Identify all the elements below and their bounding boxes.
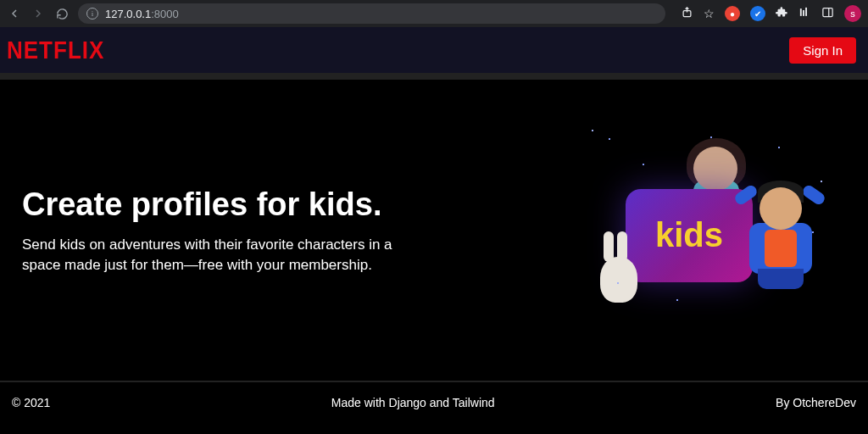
svg-rect-2	[803, 10, 804, 16]
reload-button[interactable]	[54, 6, 70, 21]
panel-icon[interactable]	[821, 6, 834, 21]
sign-in-button[interactable]: Sign In	[789, 37, 856, 64]
page-viewport: NETFLIX Sign In Create profiles for kids…	[0, 27, 868, 434]
extension-icon[interactable]: ●	[725, 6, 740, 21]
share-icon[interactable]	[681, 6, 693, 21]
hero-title: Create profiles for kids.	[22, 186, 429, 223]
svg-rect-1	[800, 8, 802, 16]
illustration-boy-shirt	[765, 230, 797, 267]
hero-section: Create profiles for kids. Send kids on a…	[0, 80, 868, 381]
chrome-actions: ☆ ● ✔ s	[681, 5, 861, 22]
illustration-boy-shorts	[758, 269, 804, 289]
extensions-icon[interactable]	[776, 6, 788, 21]
address-bar[interactable]: i 127.0.0.1:8000	[78, 3, 665, 24]
site-info-icon[interactable]: i	[86, 8, 98, 19]
bookmark-star-icon[interactable]: ☆	[704, 7, 715, 20]
url-text: 127.0.0.1:8000	[105, 8, 179, 20]
url-port: :8000	[151, 8, 179, 20]
section-divider	[0, 73, 868, 80]
extension-icon[interactable]: ✔	[750, 6, 765, 21]
illustration-rabbit	[600, 257, 637, 303]
forward-button[interactable]	[31, 6, 46, 21]
profile-avatar[interactable]: s	[844, 5, 861, 22]
footer-copyright: © 2021	[12, 396, 50, 409]
hero-text: Create profiles for kids. Send kids on a…	[22, 186, 429, 275]
back-button[interactable]	[7, 6, 22, 21]
illustration-girl-head	[693, 147, 737, 191]
hero-subtitle: Send kids on adventures with their favor…	[22, 235, 429, 275]
kids-tile-label: kids	[655, 216, 723, 254]
illustration-boy-arm	[801, 183, 827, 207]
kids-illustration: kids	[592, 130, 846, 333]
site-header: NETFLIX Sign In	[0, 27, 868, 73]
browser-chrome: i 127.0.0.1:8000 ☆ ● ✔ s	[0, 0, 868, 27]
netflix-logo[interactable]: NETFLIX	[7, 36, 104, 64]
footer-author: By OtchereDev	[776, 396, 856, 409]
footer-made-with: Made with Django and Tailwind	[331, 396, 495, 409]
url-host: 127.0.0.1	[105, 8, 151, 20]
media-control-icon[interactable]	[798, 6, 811, 21]
site-footer: © 2021 Made with Django and Tailwind By …	[0, 381, 868, 423]
svg-rect-4	[823, 8, 832, 17]
kids-tile: kids	[626, 189, 753, 282]
illustration-boy-head	[760, 187, 802, 230]
svg-rect-3	[805, 8, 807, 16]
